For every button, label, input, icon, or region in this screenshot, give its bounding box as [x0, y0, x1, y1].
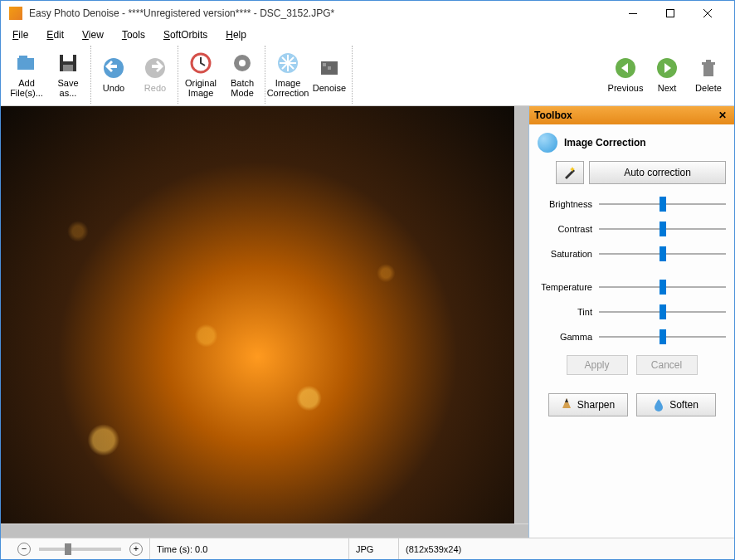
svg-rect-2	[17, 58, 34, 70]
image-canvas[interactable]	[1, 106, 514, 523]
magic-wand-button[interactable]	[556, 161, 584, 184]
toolbox-title: Toolbox	[534, 110, 572, 121]
workspace: Toolbox ✕ Image Correction Auto correcti…	[1, 106, 734, 538]
gamma-label: Gamma	[538, 332, 599, 342]
saturation-row: Saturation	[538, 246, 726, 262]
save-as-label: Save as...	[49, 78, 87, 98]
denoise-label: Denoise	[313, 83, 346, 93]
zoom-control[interactable]: − +	[1, 538, 150, 559]
zoom-out-button[interactable]: −	[17, 543, 31, 556]
status-format: JPG	[349, 538, 399, 559]
soften-label: Soften	[669, 399, 698, 411]
denoise-icon	[318, 56, 341, 80]
tint-slider[interactable]	[599, 304, 726, 320]
original-image-label: Original Image	[182, 78, 220, 98]
minimize-button[interactable]	[614, 2, 651, 25]
horizontal-scrollbar[interactable]	[1, 523, 528, 538]
toolbar-group-process: Image CorrectionDenoise	[265, 46, 353, 104]
menu-file[interactable]: File	[9, 27, 32, 42]
apply-button[interactable]: Apply	[567, 355, 628, 375]
auto-correction-button[interactable]: Auto correction	[589, 161, 726, 184]
soften-button[interactable]: Soften	[636, 393, 716, 416]
menu-help[interactable]: Help	[222, 27, 250, 42]
saturation-slider[interactable]	[599, 246, 726, 262]
svg-rect-5	[63, 55, 73, 61]
menu-tools[interactable]: Tools	[119, 27, 148, 42]
temperature-slider[interactable]	[599, 279, 726, 295]
add-files-label: Add File(s)...	[7, 78, 46, 98]
brightness-slider[interactable]	[599, 196, 726, 212]
trash-icon	[697, 56, 720, 80]
contrast-row: Contrast	[538, 221, 726, 237]
gear-icon	[231, 51, 254, 75]
next-button[interactable]: Next	[646, 46, 688, 104]
status-dimensions: (812x539x24)	[399, 538, 734, 559]
maximize-button[interactable]	[651, 2, 689, 25]
sharpen-button[interactable]: Sharpen	[548, 393, 628, 416]
contrast-label: Contrast	[538, 224, 599, 234]
pencil-icon	[561, 398, 572, 411]
delete-label: Delete	[695, 83, 722, 93]
svg-rect-6	[63, 65, 73, 71]
image-correction-button[interactable]: Image Correction	[267, 46, 309, 104]
svg-rect-15	[328, 66, 331, 70]
status-time: Time (s): 0.0	[150, 538, 349, 559]
save-as-button[interactable]: Save as...	[47, 46, 89, 104]
toolbox-close-button[interactable]: ✕	[716, 110, 729, 121]
contrast-slider[interactable]	[599, 221, 726, 237]
temperature-row: Temperature	[538, 279, 726, 295]
next-label: Next	[658, 83, 677, 93]
menu-softorbits[interactable]: SoftOrbits	[160, 27, 211, 42]
brightness-row: Brightness	[538, 196, 726, 212]
previous-button[interactable]: Previous	[605, 46, 646, 104]
menu-edit[interactable]: Edit	[43, 27, 67, 42]
redo-button[interactable]: Redo	[134, 46, 176, 104]
image-correction-label: Image Correction	[267, 78, 309, 98]
svg-rect-14	[323, 63, 326, 66]
window-title: Easy Photo Denoise - ****Unregistered ve…	[29, 7, 614, 19]
save-icon	[56, 51, 80, 75]
toolbar-group-file: Add File(s)...Save as...	[4, 46, 91, 104]
original-image-button[interactable]: Original Image	[180, 46, 221, 104]
toolbar-group-view: Original ImageBatch Mode	[178, 46, 265, 104]
titlebar: Easy Photo Denoise - ****Unregistered ve…	[1, 1, 734, 26]
svg-rect-3	[19, 56, 27, 60]
gamma-row: Gamma	[538, 329, 726, 345]
undo-label: Undo	[103, 83, 124, 93]
svg-rect-18	[703, 65, 713, 76]
snowflake-icon	[538, 133, 557, 153]
delete-button[interactable]: Delete	[688, 46, 729, 104]
redo-label: Redo	[144, 83, 166, 93]
svg-rect-20	[706, 60, 711, 62]
undo-icon	[102, 56, 125, 80]
menu-view[interactable]: View	[79, 27, 107, 42]
toolbox-panel: Toolbox ✕ Image Correction Auto correcti…	[528, 106, 734, 538]
batch-mode-label: Batch Mode	[223, 78, 261, 98]
toolbar-group-edit: UndoRedo	[91, 46, 178, 104]
zoom-in-button[interactable]: +	[129, 543, 143, 556]
section-title: Image Correction	[564, 137, 646, 149]
saturation-label: Saturation	[538, 249, 599, 259]
close-button[interactable]	[689, 2, 726, 25]
redo-icon	[144, 56, 167, 80]
clock-icon	[189, 51, 212, 75]
tint-label: Tint	[538, 307, 599, 317]
cancel-button[interactable]: Cancel	[636, 355, 698, 375]
previous-label: Previous	[608, 83, 644, 93]
vertical-scrollbar[interactable]	[514, 106, 528, 523]
denoise-button[interactable]: Denoise	[309, 46, 350, 104]
temperature-label: Temperature	[538, 282, 599, 292]
toolbar-group-nav: PreviousNextDelete	[603, 46, 731, 104]
statusbar: − + Time (s): 0.0 JPG (812x539x24)	[1, 538, 734, 559]
add-files-button[interactable]: Add File(s)...	[6, 46, 47, 104]
svg-rect-1	[666, 10, 674, 17]
gamma-slider[interactable]	[599, 329, 726, 345]
svg-rect-0	[629, 13, 637, 14]
zoom-slider[interactable]	[39, 548, 121, 551]
section-header: Image Correction	[538, 133, 726, 153]
undo-button[interactable]: Undo	[93, 46, 134, 104]
svg-rect-19	[702, 62, 715, 65]
drop-icon	[653, 398, 664, 411]
batch-mode-button[interactable]: Batch Mode	[221, 46, 263, 104]
app-icon	[9, 7, 22, 20]
